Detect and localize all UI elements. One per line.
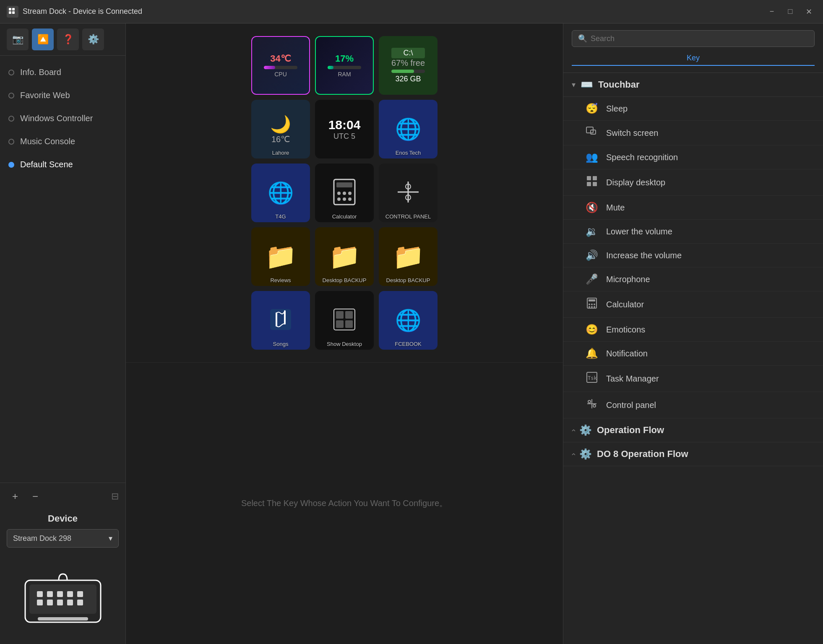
sleep-label: Sleep xyxy=(606,104,628,114)
minimize-button[interactable]: − xyxy=(764,4,779,19)
touchbar-section-header[interactable]: ▾ ⌨️ Touchbar xyxy=(563,73,823,97)
device-illustration xyxy=(21,568,105,631)
list-item-increase-volume[interactable]: 🔊 Increase the volume xyxy=(563,244,823,267)
app-logo xyxy=(7,6,18,18)
songs-icon xyxy=(268,307,293,332)
sidebar-item-label-default-scene: Default Scene xyxy=(20,160,73,169)
key-disk[interactable]: C:\ 67% free 326 GB xyxy=(379,36,438,95)
nav-dot-info-board xyxy=(8,70,14,75)
svg-point-46 xyxy=(589,306,590,308)
emoticons-label: Emoticons xyxy=(606,325,645,335)
close-button[interactable]: ✕ xyxy=(801,4,816,19)
disk-display: C:\ 67% free 326 GB xyxy=(388,44,428,87)
list-item-control-panel[interactable]: Control panel xyxy=(563,392,823,418)
sidebar-item-default-scene[interactable]: Default Scene xyxy=(0,153,125,176)
list-item-emoticons[interactable]: 😊 Emoticons xyxy=(563,318,823,342)
list-item-calculator[interactable]: Calculator xyxy=(563,291,823,318)
sidebar-toolbar: 📷 🔼 ❓ ⚙️ xyxy=(0,23,125,56)
desktop-display xyxy=(332,307,357,334)
task-manager-icon: Tsk xyxy=(584,371,599,386)
window-controls: − □ ✕ xyxy=(764,4,816,19)
key-folder-backup2[interactable]: 📁 Desktop BACKUP xyxy=(379,227,438,286)
mute-label: Mute xyxy=(606,203,625,213)
lower-volume-icon: 🔉 xyxy=(584,226,599,237)
svg-point-48 xyxy=(594,306,595,308)
folder3-icon: 📁 xyxy=(393,244,424,269)
select-action-text: Select The Key Whose Action You Want To … xyxy=(126,362,563,644)
key-songs[interactable]: Songs xyxy=(251,291,310,350)
list-item-lower-volume[interactable]: 🔉 Lower the volume xyxy=(563,220,823,244)
t4g-display: 🌐 xyxy=(268,181,294,205)
device-section: Device Stream Dock 298 ▾ xyxy=(7,510,119,551)
key-web[interactable]: 🌐 Enos Tech xyxy=(379,100,438,158)
svg-point-43 xyxy=(589,304,590,305)
sidebar-item-info-board[interactable]: Info. Board xyxy=(0,61,125,84)
svg-rect-37 xyxy=(587,176,591,180)
list-item-sleep[interactable]: 😴 Sleep xyxy=(563,97,823,121)
select-action-label: Select The Key Whose Action You Want To … xyxy=(241,498,448,509)
key-t4g[interactable]: 🌐 T4G xyxy=(251,164,310,222)
key-tab[interactable]: Key xyxy=(572,51,815,66)
list-item-task-manager[interactable]: Tsk Task Manager xyxy=(563,366,823,392)
key-time[interactable]: 18:04 UTC 5 xyxy=(315,100,374,158)
key-facebook[interactable]: 🌐 FCEBOOK xyxy=(379,291,438,350)
time-display: 18:04 UTC 5 xyxy=(328,118,361,141)
weather-display: 🌙 16℃ xyxy=(270,114,291,144)
list-item-display-desktop[interactable]: Display desktop xyxy=(563,169,823,196)
list-item-speech-recognition[interactable]: 👥 Speech recognition xyxy=(563,145,823,169)
list-item-microphone[interactable]: 🎤 Microphone xyxy=(563,267,823,291)
key-cpu[interactable]: 34℃ CPU xyxy=(251,36,310,95)
sidebar-item-music-console[interactable]: Music Console xyxy=(0,130,125,153)
help-button[interactable]: ❓ xyxy=(57,29,79,50)
do8-section-header[interactable]: › ⚙️ DO 8 Operation Flow xyxy=(563,442,823,466)
settings-button[interactable]: ⚙️ xyxy=(82,29,104,50)
songs-display xyxy=(268,307,293,334)
window-title: Stream Dock - Device is Connected xyxy=(23,7,764,16)
display-desktop-label: Display desktop xyxy=(606,178,665,187)
svg-rect-7 xyxy=(47,591,53,597)
notification-icon: 🔔 xyxy=(584,348,599,359)
control-display xyxy=(393,177,423,208)
control-label: CONTROL PANEL xyxy=(379,213,438,220)
sidebar: 📷 🔼 ❓ ⚙️ Info. Board Favorite Web Window… xyxy=(0,23,126,644)
key-show-desktop[interactable]: Show Desktop xyxy=(315,291,374,350)
key-ram[interactable]: 17% RAM xyxy=(315,36,374,95)
svg-rect-8 xyxy=(57,591,63,597)
screenshot-button[interactable]: 📷 xyxy=(7,29,29,50)
divider-icon: ⊟ xyxy=(111,491,119,502)
t4g-label: T4G xyxy=(251,213,310,220)
list-item-mute[interactable]: 🔇 Mute xyxy=(563,196,823,220)
key-weather[interactable]: 🌙 16℃ Lahore xyxy=(251,100,310,158)
disk-pct: 67% free xyxy=(391,58,425,68)
control-panel-icon xyxy=(584,398,599,412)
key-control-panel[interactable]: CONTROL PANEL xyxy=(379,164,438,222)
svg-point-20 xyxy=(343,192,346,195)
search-input[interactable] xyxy=(591,34,808,43)
list-item-switch-screen[interactable]: Switch screen xyxy=(563,121,823,145)
device-label: Device xyxy=(7,513,119,524)
cpu-text: CPU xyxy=(264,71,297,78)
list-item-notification[interactable]: 🔔 Notification xyxy=(563,342,823,366)
svg-rect-10 xyxy=(77,591,83,597)
time-value: 18:04 xyxy=(328,118,361,132)
device-preview xyxy=(7,559,119,639)
maximize-button[interactable]: □ xyxy=(783,4,798,19)
add-scene-button[interactable]: + xyxy=(7,488,23,505)
upload-button[interactable]: 🔼 xyxy=(32,29,54,50)
svg-rect-31 xyxy=(336,311,344,319)
key-folder-backup1[interactable]: 📁 Desktop BACKUP xyxy=(315,227,374,286)
sidebar-item-favorite-web[interactable]: Favorite Web xyxy=(0,84,125,107)
device-select[interactable]: Stream Dock 298 ▾ xyxy=(7,529,119,548)
svg-point-45 xyxy=(594,304,595,305)
key-calculator[interactable]: Calculator xyxy=(315,164,374,222)
ram-bar xyxy=(328,66,361,69)
cpu-bar-fill xyxy=(264,66,275,69)
calc-label: Calculator xyxy=(315,213,374,220)
remove-scene-button[interactable]: − xyxy=(27,488,44,505)
sidebar-item-windows-controller[interactable]: Windows Controller xyxy=(0,107,125,130)
svg-point-47 xyxy=(591,306,593,308)
operation-flow-section-header[interactable]: › ⚙️ Operation Flow xyxy=(563,418,823,442)
key-folder-reviews[interactable]: 📁 Reviews xyxy=(251,227,310,286)
svg-rect-2 xyxy=(9,11,11,14)
svg-point-24 xyxy=(348,197,352,201)
